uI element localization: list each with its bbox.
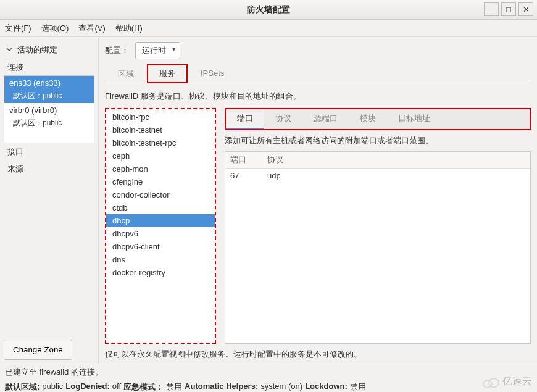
service-item-condor-collector[interactable]: condor-collector xyxy=(106,188,215,201)
connection-zone-ens33: 默认区：public xyxy=(4,90,94,103)
menu-help[interactable]: 帮助(H) xyxy=(115,23,143,34)
config-row: 配置： 运行时 xyxy=(105,42,531,59)
connection-item-virbr0[interactable]: virbr0 (virbr0) xyxy=(4,103,94,117)
minimize-button[interactable]: — xyxy=(484,2,499,16)
service-detail: 端口 协议 源端口 模块 目标地址 添加可让所有主机或者网络访问的附加端口或者端… xyxy=(225,108,531,344)
titlebar: 防火墙配置 — □ ✕ xyxy=(0,0,537,20)
tab-ipsets[interactable]: IPSets xyxy=(188,64,237,83)
main-tabs: 区域 服务 IPSets xyxy=(105,64,531,83)
cell-port: 67 xyxy=(225,169,262,183)
config-combo[interactable]: 运行时 xyxy=(135,42,180,59)
statusbar-summary: 默认区域: public LogDenied: off 应急模式： 禁用 Aut… xyxy=(0,380,537,392)
tab-destination[interactable]: 目标地址 xyxy=(387,109,441,129)
service-item-dhcp[interactable]: dhcp xyxy=(106,214,215,227)
services-row: bitcoin-rpcbitcoin-testnetbitcoin-testne… xyxy=(105,108,531,344)
service-detail-tabs: 端口 协议 源端口 模块 目标地址 xyxy=(225,108,531,130)
service-item-cfengine[interactable]: cfengine xyxy=(106,175,215,188)
service-item-ceph[interactable]: ceph xyxy=(106,149,215,162)
status-autohelpers: system (on) xyxy=(260,382,302,392)
status-autohelpers-label: Automatic Helpers: xyxy=(185,382,258,392)
connection-zone-virbr0: 默认区：public xyxy=(4,117,94,130)
tab-ports[interactable]: 端口 xyxy=(226,109,264,129)
connections-section-label: 连接 xyxy=(4,59,94,75)
config-label: 配置： xyxy=(105,45,129,56)
window-title: 防火墙配置 xyxy=(247,4,290,15)
services-description: FirewallD 服务是端口、协议、模块和目的地址的组合。 xyxy=(105,91,531,102)
port-table-header: 端口 协议 xyxy=(225,152,530,169)
status-logdenied: off xyxy=(112,382,121,392)
service-item-bitcoin-testnet-rpc[interactable]: bitcoin-testnet-rpc xyxy=(106,136,215,149)
status-panic: 禁用 xyxy=(166,382,182,392)
service-item-bitcoin-testnet[interactable]: bitcoin-testnet xyxy=(106,123,215,136)
cell-protocol: udp xyxy=(262,169,530,183)
status-logdenied-label: LogDenied: xyxy=(65,382,110,392)
statusbar-connection: 已建立至 firewalld 的连接。 xyxy=(0,364,537,380)
tab-modules[interactable]: 模块 xyxy=(349,109,387,129)
status-lockdown: 禁用 xyxy=(350,382,366,392)
change-zone-button[interactable]: Change Zone xyxy=(4,340,72,360)
port-header-port[interactable]: 端口 xyxy=(225,152,262,168)
service-item-bitcoin-rpc[interactable]: bitcoin-rpc xyxy=(106,111,215,123)
service-item-ctdb[interactable]: ctdb xyxy=(106,201,215,214)
service-item-dhcpv6[interactable]: dhcpv6 xyxy=(106,227,215,240)
status-panic-label: 应急模式： xyxy=(123,382,164,392)
port-table[interactable]: 端口 协议 67udp xyxy=(225,151,531,344)
tab-protocols[interactable]: 协议 xyxy=(264,109,302,129)
sources-section-label: 来源 xyxy=(4,161,94,178)
interfaces-section-label: 接口 xyxy=(4,143,94,161)
maximize-button[interactable]: □ xyxy=(501,2,516,16)
status-default-zone: public xyxy=(42,382,63,392)
menu-file[interactable]: 文件(F) xyxy=(5,23,31,34)
tab-source-ports[interactable]: 源端口 xyxy=(302,109,349,129)
table-row[interactable]: 67udp xyxy=(225,169,530,183)
left-panel: 活动的绑定 连接 ens33 (ens33) 默认区：public virbr0… xyxy=(0,37,99,364)
active-bindings-label: 活动的绑定 xyxy=(17,45,57,54)
active-bindings-header: 活动的绑定 xyxy=(4,41,94,59)
service-item-docker-registry[interactable]: docker-registry xyxy=(106,266,215,279)
connection-item-ens33[interactable]: ens33 (ens33) xyxy=(4,76,94,90)
menubar: 文件(F) 选项(O) 查看(V) 帮助(H) xyxy=(0,20,537,37)
menu-view[interactable]: 查看(V) xyxy=(78,23,105,34)
port-header-protocol[interactable]: 协议 xyxy=(262,152,530,168)
service-item-ceph-mon[interactable]: ceph-mon xyxy=(106,162,215,175)
connections-list[interactable]: ens33 (ens33) 默认区：public virbr0 (virbr0)… xyxy=(4,75,94,143)
status-lockdown-label: Lockdown: xyxy=(305,382,348,392)
close-button[interactable]: ✕ xyxy=(518,2,533,16)
right-panel: 配置： 运行时 区域 服务 IPSets FirewallD 服务是端口、协议、… xyxy=(99,37,537,364)
menu-options[interactable]: 选项(O) xyxy=(41,23,69,34)
tab-services[interactable]: 服务 xyxy=(147,64,188,83)
service-list[interactable]: bitcoin-rpcbitcoin-testnetbitcoin-testne… xyxy=(105,108,216,344)
service-item-dhcpv6-client[interactable]: dhcpv6-client xyxy=(106,240,215,253)
window-buttons: — □ ✕ xyxy=(484,2,533,16)
ports-description: 添加可让所有主机或者网络访问的附加端口或者端口范围。 xyxy=(225,135,531,146)
readonly-footnote: 仅可以在永久配置视图中修改服务。运行时配置中的服务是不可修改的。 xyxy=(105,349,531,360)
tab-zones[interactable]: 区域 xyxy=(105,64,147,83)
main-area: 活动的绑定 连接 ens33 (ens33) 默认区：public virbr0… xyxy=(0,37,537,364)
service-item-dns[interactable]: dns xyxy=(106,253,215,266)
status-default-zone-label: 默认区域: xyxy=(5,382,40,392)
chevron-down-icon xyxy=(6,46,12,52)
